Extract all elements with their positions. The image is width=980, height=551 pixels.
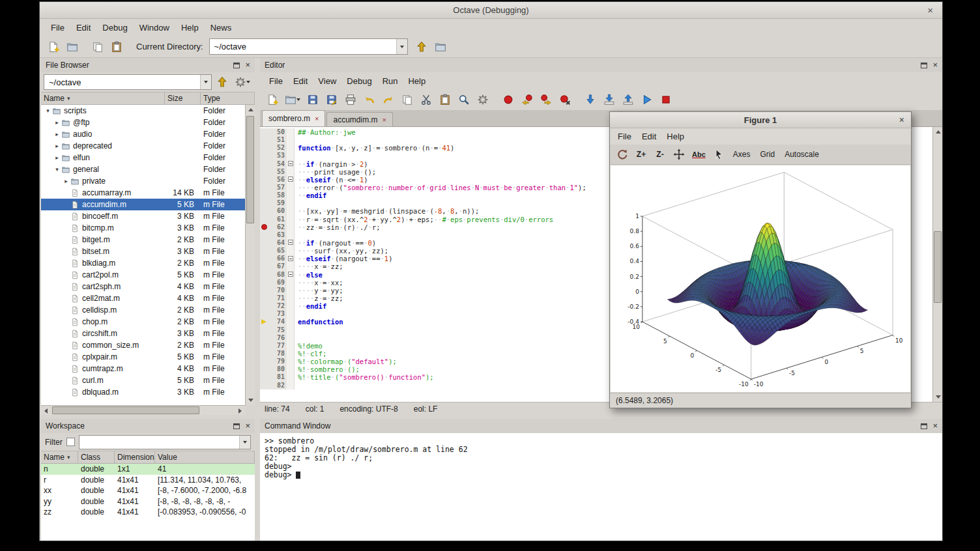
expand-icon[interactable]: ▸ [53, 154, 61, 161]
collapse-icon[interactable]: ▾ [44, 107, 52, 114]
cut-icon[interactable] [418, 91, 435, 108]
expand-icon[interactable]: ▸ [53, 119, 61, 126]
file-row-bitset.m[interactable]: bitset.m3 KBm File [41, 246, 245, 257]
tab-close-icon[interactable]: × [382, 116, 386, 124]
file-row-cart2pol.m[interactable]: cart2pol.m5 KBm File [41, 269, 245, 281]
fold-margin[interactable] [287, 176, 295, 184]
breakpoint-margin[interactable] [260, 144, 268, 152]
step-in-icon[interactable] [601, 91, 618, 108]
breakpoint-margin[interactable] [260, 271, 268, 279]
file-row-bitget.m[interactable]: bitget.m2 KBm File [41, 234, 245, 246]
breakpoint-margin[interactable] [260, 294, 268, 302]
file-browser-hscrollbar[interactable] [41, 405, 245, 415]
file-row-curl.m[interactable]: curl.m5 KBm File [41, 374, 245, 386]
paste-clipboard-icon[interactable] [108, 38, 125, 55]
save-file-icon[interactable] [304, 91, 321, 108]
file-browser-columns[interactable]: Name▾SizeType [41, 92, 255, 105]
menu-item-file[interactable]: File [45, 21, 70, 35]
collapse-icon[interactable]: ▾ [53, 166, 61, 173]
file-row-cart2sph.m[interactable]: cart2sph.m4 KBm File [41, 281, 245, 292]
browse-directories-icon[interactable] [432, 38, 449, 55]
step-icon[interactable] [582, 91, 599, 108]
file-row-scripts[interactable]: ▾scriptsFolder [41, 105, 245, 117]
close-icon[interactable]: × [245, 62, 250, 68]
file-row-dblquad.m[interactable]: dblquad.m3 KBm File [41, 386, 245, 398]
fold-margin[interactable] [287, 271, 295, 279]
column-header-class[interactable]: Class [78, 451, 115, 463]
breakpoint-margin[interactable] [260, 326, 268, 334]
undock-icon[interactable] [233, 423, 240, 429]
remove-all-breakpoints-icon[interactable] [556, 91, 573, 108]
open-file-icon[interactable] [283, 91, 302, 108]
breakpoint-margin[interactable] [260, 223, 268, 231]
breakpoint-margin[interactable] [260, 199, 268, 207]
breakpoint-margin[interactable] [260, 334, 268, 342]
figure-titlebar[interactable]: Figure 1 × [610, 112, 911, 128]
find-replace-icon[interactable] [455, 91, 472, 108]
step-out-icon[interactable] [620, 91, 637, 108]
zoom-out-button[interactable]: Z- [652, 147, 668, 162]
zoom-in-button[interactable]: Z+ [633, 147, 649, 162]
pan-icon[interactable] [671, 147, 687, 162]
menu-item-help[interactable]: Help [403, 74, 431, 88]
breakpoint-icon[interactable] [261, 224, 267, 230]
fold-margin[interactable] [287, 160, 295, 168]
tab-accumdim.m[interactable]: accumdim.m× [326, 112, 392, 126]
file-row-accumarray.m[interactable]: accumarray.m14 KBm File [41, 187, 245, 199]
menu-item-help[interactable]: Help [175, 21, 205, 35]
breakpoint-margin[interactable] [260, 176, 268, 184]
file-row-accumdim.m[interactable]: accumdim.m5 KBm File [41, 199, 245, 210]
command-output[interactable]: >> sombrerostopped in /m/plot/draw/sombr… [260, 433, 942, 541]
file-row-cumtrapz.m[interactable]: cumtrapz.m4 KBm File [41, 363, 245, 374]
chevron-down-icon[interactable] [396, 39, 407, 54]
close-icon[interactable]: × [932, 62, 938, 68]
continue-icon[interactable] [639, 91, 656, 108]
file-row-cell2mat.m[interactable]: cell2mat.m4 KBm File [41, 292, 245, 304]
breakpoint-margin[interactable] [260, 310, 268, 318]
fold-icon[interactable] [288, 240, 293, 245]
fold-icon[interactable] [288, 256, 293, 261]
variable-row-zz[interactable]: zzdouble41x41[-0.083953, -0.090556, -0 [41, 507, 255, 518]
breakpoint-margin[interactable] [260, 239, 268, 247]
insert-text-button[interactable]: Abc [690, 147, 708, 162]
menu-item-run[interactable]: Run [377, 74, 403, 88]
copy-icon[interactable] [399, 91, 416, 108]
file-row-bitcmp.m[interactable]: bitcmp.m3 KBm File [41, 222, 245, 234]
breakpoint-margin[interactable] [260, 231, 268, 239]
menu-item-edit[interactable]: Edit [70, 21, 96, 35]
file-row-general[interactable]: ▾generalFolder [41, 163, 245, 175]
fold-margin[interactable] [287, 255, 295, 262]
select-icon[interactable] [711, 147, 727, 162]
directory-up-icon[interactable] [214, 74, 231, 91]
variable-row-n[interactable]: ndouble1x141 [41, 464, 255, 475]
variable-row-r[interactable]: rdouble41x41[11.314, 11.034, 10.763, [41, 475, 255, 486]
menu-item-news[interactable]: News [205, 21, 238, 35]
file-row-audio[interactable]: ▸audioFolder [41, 128, 245, 140]
axes-button[interactable]: Axes [730, 147, 754, 162]
menu-item-debug[interactable]: Debug [341, 74, 377, 88]
variable-row-yy[interactable]: yydouble41x41[-8, -8, -8, -8, -8, -8, - [41, 496, 255, 507]
breakpoint-margin[interactable] [260, 216, 268, 223]
menu-item-help[interactable]: Help [661, 130, 689, 143]
expand-icon[interactable]: ▸ [53, 143, 61, 149]
menu-item-view[interactable]: View [313, 74, 341, 88]
column-header-type[interactable]: Type [201, 92, 255, 104]
breakpoint-margin[interactable] [260, 342, 268, 350]
chevron-down-icon[interactable] [239, 436, 250, 449]
breakpoint-margin[interactable] [260, 358, 268, 365]
breakpoint-margin[interactable] [260, 160, 268, 168]
workspace-columns[interactable]: Name▾ClassDimensionValue [41, 451, 255, 464]
file-row-private[interactable]: ▸privateFolder [41, 175, 245, 187]
copy-clipboard-icon[interactable] [89, 38, 106, 55]
expand-icon[interactable]: ▸ [62, 178, 70, 184]
breakpoint-margin[interactable] [260, 128, 268, 136]
file-row-chop.m[interactable]: chop.m2 KBm File [41, 316, 245, 328]
filter-combo[interactable] [79, 435, 251, 449]
variable-row-xx[interactable]: xxdouble41x41[-8, -7.6000, -7.2000, -6.8 [41, 485, 255, 496]
menu-item-edit[interactable]: Edit [288, 74, 313, 88]
menu-item-file[interactable]: File [612, 130, 637, 143]
breakpoint-margin[interactable] [260, 168, 268, 176]
next-breakpoint-icon[interactable] [538, 91, 555, 108]
filter-checkbox[interactable] [66, 438, 75, 446]
previous-breakpoint-icon[interactable] [519, 91, 536, 108]
